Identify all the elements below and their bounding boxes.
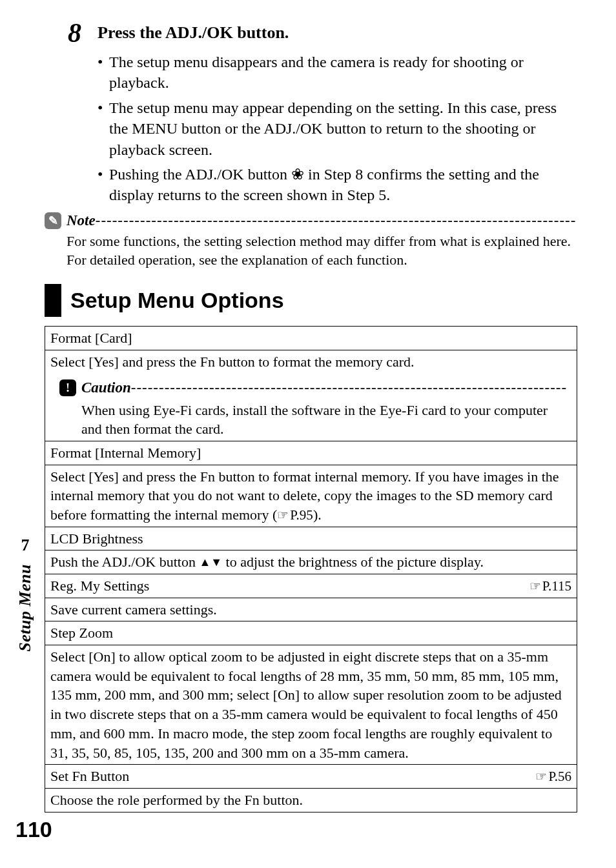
pointer-icon: ☞: [535, 769, 547, 783]
note-block: ✎ Note ---------------------------------…: [45, 212, 577, 270]
note-label: Note: [67, 212, 96, 229]
step-number: 8: [68, 19, 98, 46]
option-body: Select [On] to allow optical zoom to be …: [45, 645, 577, 765]
page-ref: ☞P.115: [529, 577, 571, 595]
option-body: Select [Yes] and press the Fn button to …: [45, 465, 577, 527]
page-ref-text: P.56: [548, 769, 571, 784]
section-marker: [45, 284, 61, 317]
option-title: Set Fn Button ☞P.56: [45, 765, 577, 789]
note-body: For some functions, the setting selectio…: [67, 232, 577, 270]
page-number: 110: [15, 817, 52, 842]
section-heading: Setup Menu Options: [45, 284, 577, 317]
option-text: to adjust the brightness of the picture …: [222, 554, 484, 570]
option-title: LCD Brightness: [45, 527, 577, 550]
option-title: Reg. My Settings ☞P.115: [45, 574, 577, 598]
step-bullet: The setup menu disappears and the camera…: [98, 52, 577, 94]
chapter-title: Setup Menu: [15, 564, 35, 652]
up-down-icon: ▲▼: [199, 556, 222, 569]
option-text: ).: [313, 507, 322, 523]
caution-label: Caution: [81, 378, 131, 398]
step-bullets: The setup menu disappears and the camera…: [98, 52, 577, 206]
caution-icon: !: [59, 379, 76, 396]
note-dashes: ----------------------------------------…: [96, 212, 577, 229]
chapter-number: 7: [21, 536, 30, 555]
options-table: Format [Card] Select [Yes] and press the…: [45, 326, 577, 812]
option-title: Format [Card]: [45, 327, 577, 350]
caution-dashes: ----------------------------------------…: [131, 378, 571, 398]
note-icon: ✎: [45, 212, 61, 229]
option-body: Choose the role performed by the Fn butt…: [45, 788, 577, 812]
page-ref-text: P.115: [542, 578, 571, 594]
step-row: 8 Press the ADJ./OK button.: [68, 19, 577, 46]
option-text: Select [Yes] and press the Fn button to …: [50, 352, 571, 372]
step-bullet: The setup menu may appear depending on t…: [98, 97, 577, 160]
step-bullet: Pushing the ADJ./OK button ❀ in Step 8 c…: [98, 164, 577, 206]
option-title: Step Zoom: [45, 621, 577, 645]
step-title: Press the ADJ./OK button.: [98, 19, 289, 43]
pointer-icon: ☞: [529, 579, 541, 593]
option-body: Select [Yes] and press the Fn button to …: [45, 350, 577, 441]
option-title-text: Set Fn Button: [50, 767, 129, 786]
pointer-icon: ☞: [277, 508, 289, 522]
page-ref: P.95: [290, 507, 313, 523]
option-body: Save current camera settings.: [45, 598, 577, 621]
page-ref: ☞P.56: [535, 767, 571, 785]
side-tab: 7 Setup Menu: [15, 536, 35, 652]
option-text: Push the ADJ./OK button: [50, 554, 199, 570]
option-title-text: Reg. My Settings: [50, 576, 149, 596]
section-title: Setup Menu Options: [61, 284, 293, 317]
option-title: Format [Internal Memory]: [45, 441, 577, 465]
caution-body: When using Eye-Fi cards, install the sof…: [81, 401, 571, 439]
caution-block: ! Caution ------------------------------…: [59, 378, 571, 438]
option-body: Push the ADJ./OK button ▲▼ to adjust the…: [45, 550, 577, 574]
